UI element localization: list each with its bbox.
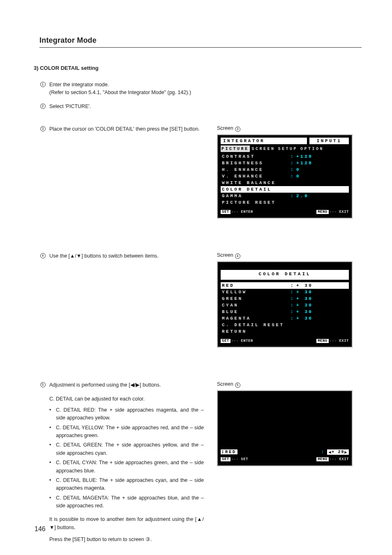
- screen-label-prefix: Screen: [217, 125, 233, 131]
- step-5-bullet-text: C. DETAIL BLUE: The + side approaches cy…: [56, 477, 204, 493]
- osd3-footer-right-btn: MENU: [316, 210, 329, 214]
- osd3-item-value: 0: [296, 174, 341, 179]
- osd4-item-colon: :: [291, 303, 296, 308]
- osd4-item-value: + 30: [296, 309, 341, 314]
- step-2-text: Select 'PICTURE'.: [49, 104, 91, 109]
- osd3-item[interactable]: GAMMA: 2.0: [221, 193, 349, 199]
- screen-label-prefix-5: Screen: [217, 381, 233, 387]
- osd3-item[interactable]: COLOR DETAIL: [221, 186, 349, 193]
- osd5-item-label: RED: [225, 449, 236, 454]
- step-number-5: 5: [40, 382, 46, 387]
- osd3-item[interactable]: CONTRAST:+128: [221, 153, 349, 160]
- step-5-para1: It is possible to move to another item f…: [49, 516, 204, 532]
- osd4-item-label: GREEN: [221, 296, 291, 301]
- osd3-item[interactable]: H. ENHANCE: 0: [221, 166, 349, 173]
- osd4-footer-left-label: ENTER: [241, 339, 253, 343]
- osd3-footer-left-label: ENTER: [241, 210, 253, 214]
- osd5-footer-right-btn: MENU: [316, 457, 329, 461]
- step-5: 5 Adjustment is performed using the [◀/▶…: [39, 381, 204, 389]
- step-5-bullet: •C. DETAIL BLUE: The + side approaches c…: [49, 477, 204, 493]
- osd4-item[interactable]: CYAN:+ 30: [221, 302, 349, 309]
- osd3-tab-picture[interactable]: PICTURE: [221, 145, 250, 152]
- screen-3-num: 3: [235, 127, 240, 132]
- osd3-item-label: WHITE BALANCE: [221, 180, 276, 185]
- osd3-tab-screen[interactable]: SCREEN: [251, 145, 276, 152]
- step-5-bullet-text: C. DETAIL GREEN: The + side approaches y…: [56, 441, 204, 457]
- osd3-item-value: +128: [296, 154, 341, 159]
- osd5-footer: SET··· SET MENU··· EXIT: [221, 456, 349, 463]
- step-number-3: 3: [40, 126, 46, 131]
- osd5-value[interactable]: ◀ + 29 ▶: [327, 449, 349, 455]
- osd4-item[interactable]: RETURN: [221, 328, 349, 335]
- osd4-item[interactable]: YELLOW:+ 30: [221, 289, 349, 295]
- step-5-bullet: •C. DETAIL MAGENTA: The + side approache…: [49, 494, 204, 510]
- osd4-item-label: BLUE: [221, 309, 291, 314]
- osd4-footer-right-btn: MENU: [316, 339, 329, 343]
- screen-4-num: 4: [235, 253, 240, 259]
- step-5-bullet: •C. DETAIL GREEN: The + side approaches …: [49, 441, 204, 457]
- updown-icon: ▲▼: [222, 450, 224, 454]
- step-2: 2 Select 'PICTURE'.: [39, 103, 362, 111]
- osd4-item-colon: :: [291, 316, 296, 321]
- step-5-bullet: •C. DETAIL CYAN: The + side approaches g…: [49, 459, 204, 475]
- osd3-item-colon: :: [291, 154, 296, 159]
- page-title: Integrator Mode: [39, 36, 362, 48]
- osd4-item-colon: :: [291, 290, 296, 295]
- osd3-item-label: CONTRAST: [221, 154, 291, 159]
- osd3-item-value: 0: [296, 167, 341, 172]
- osd4-item-label: C. DETAIL RESET: [221, 322, 284, 327]
- osd5-footer-left-label: SET: [241, 457, 248, 461]
- osd4-footer: SET··· ENTER MENU··· EXIT: [221, 337, 349, 344]
- osd3-item[interactable]: V. ENHANCE: 0: [221, 173, 349, 180]
- bullet-dot-icon: •: [49, 406, 53, 422]
- osd4-item[interactable]: C. DETAIL RESET: [221, 322, 349, 328]
- osd3-footer: SET··· ENTER MENU··· EXIT: [221, 208, 349, 215]
- osd4-item-value: + 30: [296, 283, 341, 288]
- step-3: 3 Place the cursor on 'COLOR DETAIL' the…: [39, 125, 204, 133]
- osd3-item-label: COLOR DETAIL: [221, 187, 272, 192]
- osd4-item-label: YELLOW: [221, 290, 291, 295]
- osd4-item[interactable]: BLUE:+ 30: [221, 309, 349, 315]
- osd3-item-value: 2.0: [296, 193, 341, 198]
- osd3-tab-option[interactable]: OPTION: [300, 145, 325, 152]
- osd3-item-colon: :: [291, 174, 296, 179]
- osd5-value-text: + 29: [332, 449, 344, 454]
- osd4-item[interactable]: GREEN:+ 30: [221, 295, 349, 302]
- screen-4-label: Screen 4: [217, 252, 357, 258]
- step-5-text: Adjustment is performed using the [◀/▶] …: [49, 382, 161, 388]
- osd4-title: COLOR DETAIL: [221, 270, 349, 280]
- osd4-item-colon: :: [291, 309, 296, 314]
- osd3-item-colon: :: [291, 193, 296, 198]
- osd4-item-label: RED: [221, 283, 291, 288]
- step-5-intro: C. DETAIL can be adjusted for each color…: [49, 395, 204, 403]
- osd4-item-value: + 30: [296, 316, 341, 321]
- osd4-item-label: RETURN: [221, 329, 247, 334]
- osd5-item[interactable]: ▲▼ RED: [221, 449, 238, 454]
- screen-5-num: 5: [235, 382, 240, 388]
- page-number: 146: [35, 525, 46, 533]
- osd3-item[interactable]: WHITE BALANCE: [221, 180, 349, 186]
- osd4-item[interactable]: MAGENTA:+ 30: [221, 315, 349, 322]
- osd-screen-5: ▲▼ RED : ◀ + 29 ▶ SET··· SET MENU···: [217, 390, 353, 466]
- bullet-dot-icon: •: [49, 441, 53, 457]
- step-4: 4 Use the [▲/▼] buttons to switch betwee…: [39, 252, 204, 260]
- step-5-para2: Press the [SET] button to return to scre…: [49, 536, 204, 543]
- osd3-item[interactable]: PICTURE RESET: [221, 199, 349, 206]
- step-5-bullet-text: C. DETAIL CYAN: The + side approaches gr…: [56, 459, 204, 475]
- osd3-tabs[interactable]: PICTURE SCREEN SETUP OPTION: [221, 145, 349, 152]
- osd3-item-label: V. ENHANCE: [221, 174, 291, 179]
- osd3-title-left: INTEGRATOR: [221, 138, 307, 144]
- osd3-tab-setup[interactable]: SETUP: [277, 145, 299, 152]
- osd4-item-value: + 30: [296, 290, 341, 295]
- osd3-item-label: PICTURE RESET: [221, 200, 276, 205]
- osd5-footer-left-btn: SET: [221, 457, 231, 461]
- screen-3-label: Screen 3: [217, 125, 357, 131]
- osd3-item[interactable]: BRIGHTNESS:+128: [221, 160, 349, 166]
- osd4-footer-left-btn: SET: [221, 339, 231, 343]
- osd4-footer-right-label: EXIT: [339, 339, 349, 343]
- osd4-item-value: + 30: [296, 303, 341, 308]
- osd4-item-label: CYAN: [221, 303, 291, 308]
- osd4-item[interactable]: RED:+ 30: [221, 282, 349, 289]
- osd3-title-right: INPUT1: [309, 138, 349, 144]
- osd3-item-colon: :: [291, 161, 296, 166]
